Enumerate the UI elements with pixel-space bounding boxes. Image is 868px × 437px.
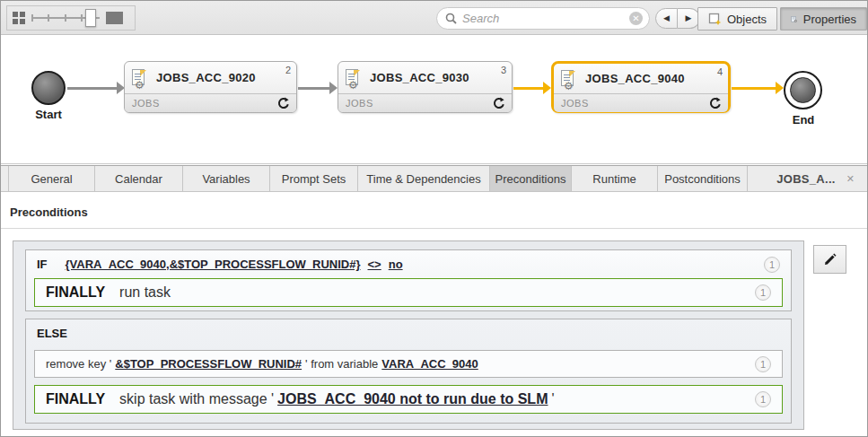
zoom-slider-tick xyxy=(48,14,49,22)
object-tab-jobs-acc-9040[interactable]: JOBS_A... ✕ xyxy=(764,166,867,191)
task-node-jobs-acc-9040[interactable]: ⚙ JOBS_ACC_9040 4 JOBS xyxy=(551,61,731,113)
zoom-fit-button[interactable] xyxy=(106,12,123,24)
node-type-label: JOBS xyxy=(561,98,589,109)
application-window: ✕ ◀ ▶ Objects Properties St xyxy=(0,0,868,437)
zoom-slider-tick xyxy=(81,14,83,22)
restart-icon[interactable] xyxy=(709,97,722,109)
tab-preconditions[interactable]: Preconditions xyxy=(490,166,572,191)
remove-variable-link[interactable]: VARA_ACC_9040 xyxy=(381,357,478,371)
grid-square xyxy=(20,19,25,24)
start-node[interactable] xyxy=(31,71,66,105)
count-badge: 1 xyxy=(755,284,771,301)
edit-button[interactable] xyxy=(813,245,846,274)
connector-9020-to-9030 xyxy=(298,87,330,90)
gear-icon: ⚙ xyxy=(564,81,574,92)
heading-divider xyxy=(1,228,867,229)
count-badge: 1 xyxy=(755,356,771,372)
remove-key-row[interactable]: remove key ' &$TOP_PROCESSFLOW_RUNID# ' … xyxy=(34,350,783,378)
tab-time-dependencies[interactable]: Time & Dependencies xyxy=(358,166,490,191)
start-node-label: Start xyxy=(28,108,69,121)
node-type-label: JOBS xyxy=(346,98,373,109)
grid-square xyxy=(13,12,18,17)
task-node-jobs-acc-9020[interactable]: ⚙ JOBS_ACC_9020 2 JOBS xyxy=(124,61,297,113)
zoom-slider-thumb[interactable] xyxy=(85,9,96,27)
grid-square xyxy=(20,12,25,17)
job-icon-fold xyxy=(140,70,146,76)
tab-general[interactable]: General xyxy=(8,166,95,191)
end-node[interactable] xyxy=(784,71,822,109)
node-title: JOBS_ACC_9020 xyxy=(156,71,256,84)
if-row[interactable]: IF {VARA_ACC_9040,&$TOP_PROCESSFLOW_RUNI… xyxy=(26,250,791,278)
condition-value-link[interactable]: no xyxy=(389,258,403,271)
node-title: JOBS_ACC_9040 xyxy=(585,72,685,85)
node-index: 3 xyxy=(501,65,506,75)
else-condition-group[interactable]: ELSE remove key ' &$TOP_PROCESSFLOW_RUNI… xyxy=(25,319,792,424)
node-footer: JOBS xyxy=(338,93,512,112)
connector-arrowhead xyxy=(329,82,338,94)
connector-arrowhead xyxy=(776,82,784,94)
skip-message-suffix: ' xyxy=(551,391,554,407)
job-icon-line xyxy=(348,74,355,74)
skip-message-link[interactable]: JOBS_ACC_9040 not to run due to SLM xyxy=(277,391,548,407)
objects-button-label: Objects xyxy=(727,13,767,26)
object-tab-label: JOBS_A... xyxy=(776,172,836,186)
close-icon[interactable]: ✕ xyxy=(846,173,855,185)
pencil-icon xyxy=(822,252,837,267)
connector-9040-to-end xyxy=(732,87,778,90)
grid-square xyxy=(13,19,18,24)
preconditions-panel: Preconditions IF {VARA_ACC_9040,&$TOP_PR… xyxy=(1,193,867,437)
connector-start-to-9020 xyxy=(67,87,118,90)
condition-variable-link[interactable]: {VARA_ACC_9040,&$TOP_PROCESSFLOW_RUNID#} xyxy=(66,258,361,271)
job-icon-fold xyxy=(354,70,360,76)
zoom-slider[interactable] xyxy=(31,8,100,28)
finally-skip-task-row[interactable]: FINALLY skip task with message ' JOBS_AC… xyxy=(34,385,783,414)
overview-grid-icon[interactable] xyxy=(13,12,25,24)
properties-button[interactable]: Properties xyxy=(780,7,867,31)
job-icon-line xyxy=(135,74,141,74)
finally-run-task-row[interactable]: FINALLY run task 1 xyxy=(34,278,783,307)
node-footer: JOBS xyxy=(554,93,728,112)
if-condition-group[interactable]: IF {VARA_ACC_9040,&$TOP_PROCESSFLOW_RUNI… xyxy=(25,249,792,311)
node-index: 4 xyxy=(717,66,723,77)
restart-icon[interactable] xyxy=(277,97,290,109)
else-keyword: ELSE xyxy=(37,327,67,340)
remove-key-middle: ' from variable xyxy=(305,357,378,371)
job-icon-line xyxy=(564,74,570,75)
count-badge: 1 xyxy=(764,257,780,273)
tab-runtime[interactable]: Runtime xyxy=(572,166,658,191)
remove-key-prefix: remove key ' xyxy=(46,357,111,371)
conditions-container: IF {VARA_ACC_9040,&$TOP_PROCESSFLOW_RUNI… xyxy=(13,240,804,430)
workflow-canvas: Start ⚙ JOBS_ACC_9020 2 JOBS xyxy=(1,36,867,164)
end-node-inner xyxy=(790,77,816,103)
properties-icon xyxy=(791,13,798,26)
job-object-icon: ⚙ xyxy=(346,69,361,87)
node-header: ⚙ JOBS_ACC_9030 3 xyxy=(338,62,512,93)
finally-keyword: FINALLY xyxy=(46,391,105,407)
restart-icon[interactable] xyxy=(493,97,505,109)
search-input[interactable] xyxy=(457,12,629,25)
tab-prompt-sets[interactable]: Prompt Sets xyxy=(270,166,358,191)
objects-button[interactable]: Objects xyxy=(697,7,777,31)
tab-postconditions[interactable]: Postconditions xyxy=(658,166,748,191)
gear-icon: ⚙ xyxy=(348,80,358,91)
zoom-slider-tick xyxy=(65,14,66,22)
clear-search-icon[interactable]: ✕ xyxy=(629,12,643,25)
job-icon-line xyxy=(135,76,141,77)
job-object-icon: ⚙ xyxy=(561,70,576,88)
search-box: ✕ xyxy=(436,7,650,30)
prev-button[interactable]: ◀ xyxy=(655,8,678,29)
skip-message-prefix: skip task with message ' xyxy=(119,391,274,407)
job-icon-line xyxy=(564,77,570,78)
toolbar: ✕ ◀ ▶ Objects Properties xyxy=(1,1,867,35)
tab-variables[interactable]: Variables xyxy=(183,166,270,191)
zoom-slider-tick xyxy=(31,14,33,22)
condition-operator-link[interactable]: <> xyxy=(368,258,381,271)
objects-icon xyxy=(708,13,722,26)
node-header: ⚙ JOBS_ACC_9040 4 xyxy=(554,64,728,93)
tab-calendar[interactable]: Calendar xyxy=(95,166,183,191)
task-node-jobs-acc-9030[interactable]: ⚙ JOBS_ACC_9030 3 JOBS xyxy=(338,61,513,113)
finally-keyword: FINALLY xyxy=(46,284,105,301)
else-row: ELSE xyxy=(26,319,791,346)
connector-arrowhead xyxy=(543,82,551,94)
remove-key-link[interactable]: &$TOP_PROCESSFLOW_RUNID# xyxy=(115,357,302,371)
